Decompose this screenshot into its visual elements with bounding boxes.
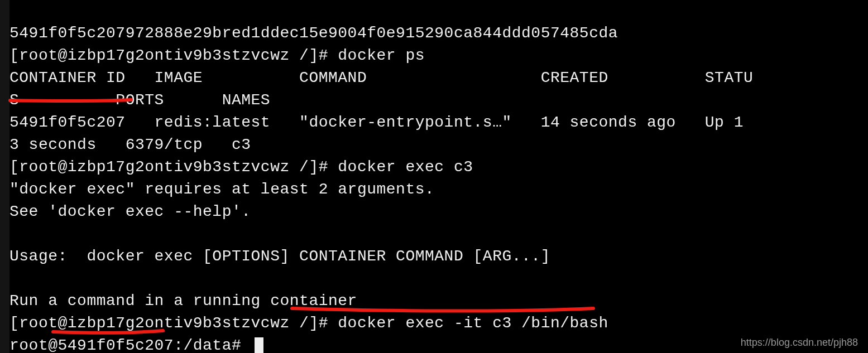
ps-row-line2: 3 seconds 6379/tcp c3 — [9, 136, 251, 153]
exec-error-line1: "docker exec" requires at least 2 argume… — [9, 181, 434, 198]
exec-usage-line: Usage: docker exec [OPTIONS] CONTAINER C… — [9, 248, 550, 265]
prompt-docker-ps: [root@izbp17g2ontiv9b3stzvcwz /]# docker… — [9, 47, 425, 64]
terminal-output[interactable]: 5491f0f5c207972888e29bred1ddec15e9004f0e… — [9, 0, 868, 353]
ps-row-line1: 5491f0f5c207 redis:latest "docker-entryp… — [9, 114, 744, 131]
ps-header-line1: CONTAINER ID IMAGE COMMAND CREATED STATU — [9, 69, 753, 86]
output-hash-line: 5491f0f5c207972888e29bred1ddec15e9004f0e… — [9, 25, 618, 42]
cursor-block — [255, 337, 263, 353]
exec-description: Run a command in a running container — [9, 292, 357, 310]
ps-header-line2: S PORTS NAMES — [9, 91, 270, 109]
container-prompt: root@5491f0f5c207:/data# — [9, 337, 263, 353]
exec-error-line2: See 'docker exec --help'. — [9, 203, 251, 220]
editor-gutter — [0, 0, 9, 353]
prompt-docker-exec-it: [root@izbp17g2ontiv9b3stzvcwz /]# docker… — [9, 315, 608, 332]
prompt-docker-exec-c3: [root@izbp17g2ontiv9b3stzvcwz /]# docker… — [9, 158, 473, 176]
csdn-watermark: https://blog.csdn.net/pjh88 — [741, 337, 858, 349]
